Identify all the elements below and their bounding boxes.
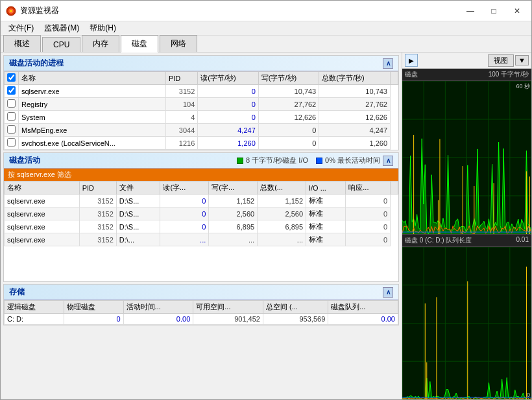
graph1-value: 100 千字节/秒 bbox=[489, 70, 529, 79]
col-total[interactable]: 总数(字节/秒) bbox=[319, 72, 391, 85]
collapse-disk-processes[interactable]: ∧ bbox=[383, 58, 393, 69]
menu-monitor[interactable]: 监视器(M) bbox=[39, 21, 84, 35]
graph1-label-bar: 磁盘 100 千字节/秒 bbox=[402, 69, 531, 81]
row-checkbox[interactable] bbox=[7, 125, 16, 134]
disk-activity-table-container: 名称 PID 文件 读(字... 写(字... 总数(... I/O ... 响… bbox=[4, 181, 398, 281]
collapse-disk-activity[interactable]: ∧ bbox=[383, 156, 393, 166]
view-button[interactable]: 视图 bbox=[488, 54, 514, 67]
col-pid[interactable]: PID bbox=[165, 72, 197, 85]
disk-process-row[interactable]: Registry 104 0 27,762 27,762 bbox=[5, 98, 398, 111]
row-write: 0 bbox=[258, 124, 319, 137]
col-check bbox=[5, 72, 19, 85]
tab-overview[interactable]: 概述 bbox=[3, 35, 41, 52]
graph2-label-bar: 磁盘 0 (C: D:) 队列长度 0.01 bbox=[402, 235, 531, 247]
play-button[interactable]: ▶ bbox=[405, 54, 418, 67]
da-row-write: 1,152 bbox=[209, 194, 258, 207]
col-scroll bbox=[391, 72, 398, 85]
da-row-io: 标准 bbox=[306, 207, 346, 220]
da-col-file[interactable]: 文件 bbox=[116, 182, 160, 194]
st-col-free[interactable]: 可用空间... bbox=[193, 301, 263, 314]
col-read[interactable]: 读(字节/秒) bbox=[198, 72, 258, 85]
row-pid: 1216 bbox=[165, 137, 197, 150]
maximize-button[interactable]: □ bbox=[485, 5, 503, 18]
tab-cpu[interactable]: CPU bbox=[42, 37, 80, 52]
row-write: 27,762 bbox=[258, 98, 319, 111]
graph1-zero-label: 0 bbox=[527, 226, 530, 233]
disk-activity-row[interactable]: sqlservr.exe 3152 D:\... ... ... ... 标准 … bbox=[5, 233, 398, 246]
da-row-pid: 3152 bbox=[79, 233, 116, 246]
disk-process-row[interactable]: System 4 0 12,626 12,626 bbox=[5, 111, 398, 124]
status-indicators: 8 千字节/秒磁盘 I/O 0% 最长活动时间 bbox=[237, 156, 380, 165]
disk-process-row[interactable]: svchost.exe (LocalServiceN... 1216 1,260… bbox=[5, 137, 398, 150]
da-row-write: 2,560 bbox=[209, 207, 258, 220]
row-read: 0 bbox=[198, 98, 258, 111]
row-checkbox[interactable] bbox=[7, 138, 16, 147]
da-row-pid: 3152 bbox=[79, 194, 116, 207]
filter-row: 按 sqlservr.exe 筛选 bbox=[4, 169, 398, 181]
tab-network[interactable]: 网络 bbox=[160, 35, 197, 52]
minimize-button[interactable]: — bbox=[461, 5, 479, 18]
right-panel: ▶ 视图 ▼ 磁盘 100 千字节/秒 60 秒 0 bbox=[402, 53, 531, 399]
tab-memory[interactable]: 内存 bbox=[82, 35, 119, 52]
da-col-io[interactable]: I/O ... bbox=[306, 182, 346, 194]
da-col-write[interactable]: 写(字... bbox=[209, 182, 258, 194]
window-title: 资源监视器 bbox=[20, 5, 59, 16]
row-checkbox[interactable] bbox=[7, 86, 16, 95]
row-name: sqlservr.exe bbox=[19, 85, 166, 98]
collapse-storage[interactable]: ∧ bbox=[383, 287, 393, 298]
row-total: 27,762 bbox=[319, 98, 391, 111]
row-name: System bbox=[19, 111, 166, 124]
close-button[interactable]: ✕ bbox=[508, 5, 526, 18]
st-row-active: 0.00 bbox=[123, 314, 193, 325]
da-col-name[interactable]: 名称 bbox=[5, 182, 80, 194]
st-col-total[interactable]: 总空间 (... bbox=[263, 301, 328, 314]
disk-process-row[interactable]: MsMpEng.exe 3044 4,247 0 4,247 bbox=[5, 124, 398, 137]
disk-activity-row[interactable]: sqlservr.exe 3152 D:\S... 0 1,152 1,152 … bbox=[5, 194, 398, 207]
da-row-total: 1,152 bbox=[258, 194, 306, 207]
menu-file[interactable]: 文件(F) bbox=[3, 21, 39, 35]
da-col-total[interactable]: 总数(... bbox=[258, 182, 306, 194]
disk-process-row[interactable]: sqlservr.exe 3152 0 10,743 10,743 bbox=[5, 85, 398, 98]
da-row-read: ... bbox=[160, 233, 209, 246]
graph2-container: 磁盘 0 (C: D:) 队列长度 0.01 0 bbox=[402, 235, 531, 399]
graph2-value: 0.01 bbox=[516, 236, 529, 245]
st-col-physical[interactable]: 物理磁盘 bbox=[64, 301, 123, 314]
disk-processes-table-container: 名称 PID 读(字节/秒) 写(字节/秒) 总数(字节/秒) sqlservr… bbox=[4, 71, 398, 150]
disk-activity-title: 磁盘活动 bbox=[9, 155, 40, 166]
da-row-file: D:\S... bbox=[116, 220, 160, 233]
tab-disk[interactable]: 磁盘 bbox=[121, 35, 158, 53]
disk-activity-row[interactable]: sqlservr.exe 3152 D:\S... 0 6,895 6,895 … bbox=[5, 220, 398, 233]
da-row-file: D:\... bbox=[116, 233, 160, 246]
row-checkbox[interactable] bbox=[7, 112, 16, 121]
check-all[interactable] bbox=[7, 73, 16, 82]
menu-bar: 文件(F) 监视器(M) 帮助(H) bbox=[1, 21, 531, 36]
storage-header: 存储 ∧ bbox=[4, 285, 398, 300]
da-row-resp: 0 bbox=[346, 194, 391, 207]
storage-row[interactable]: C: D: 0 0.00 901,452 953,569 0.00 bbox=[5, 314, 398, 325]
st-row-total: 953,569 bbox=[263, 314, 328, 325]
storage-table-container: 逻辑磁盘 物理磁盘 活动时间... 可用空间... 总空间 (... 磁盘队列.… bbox=[4, 300, 398, 325]
disk-activity-row[interactable]: sqlservr.exe 3152 D:\S... 0 2,560 2,560 … bbox=[5, 207, 398, 220]
graph1-time-label: 60 秒 bbox=[516, 82, 530, 91]
da-col-read[interactable]: 读(字... bbox=[160, 182, 209, 194]
indicator-io: 8 千字节/秒磁盘 I/O bbox=[237, 156, 308, 165]
io-label: 8 千字节/秒磁盘 I/O bbox=[246, 156, 308, 165]
row-total: 12,626 bbox=[319, 111, 391, 124]
da-row-read: 0 bbox=[160, 220, 209, 233]
st-col-queue[interactable]: 磁盘队列... bbox=[328, 301, 398, 314]
row-write: 0 bbox=[258, 137, 319, 150]
graph1-canvas bbox=[402, 81, 531, 234]
view-dropdown[interactable]: ▼ bbox=[515, 55, 529, 65]
da-col-resp[interactable]: 响应... bbox=[346, 182, 391, 194]
da-row-name: sqlservr.exe bbox=[5, 233, 80, 246]
da-col-pid[interactable]: PID bbox=[79, 182, 116, 194]
row-total: 4,247 bbox=[319, 124, 391, 137]
st-col-active[interactable]: 活动时间... bbox=[123, 301, 193, 314]
st-col-name[interactable]: 逻辑磁盘 bbox=[5, 301, 64, 314]
col-write[interactable]: 写(字节/秒) bbox=[258, 72, 319, 85]
menu-help[interactable]: 帮助(H) bbox=[84, 21, 121, 35]
indicator-active: 0% 最长活动时间 bbox=[316, 156, 380, 165]
col-name[interactable]: 名称 bbox=[19, 72, 166, 85]
row-pid: 104 bbox=[165, 98, 197, 111]
row-checkbox[interactable] bbox=[7, 99, 16, 108]
